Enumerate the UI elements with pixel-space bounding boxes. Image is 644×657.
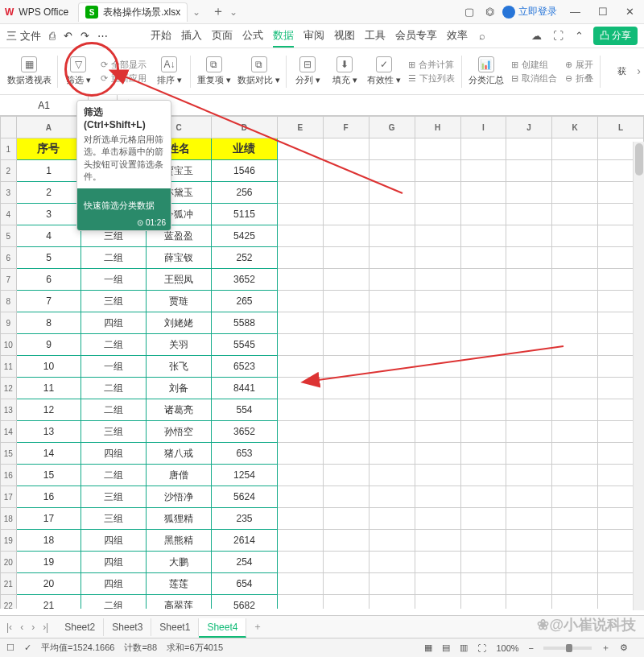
empty-cell[interactable]	[415, 465, 460, 486]
data-cell[interactable]: 13	[16, 421, 81, 443]
data-cell[interactable]: 四组	[81, 552, 147, 573]
empty-cell[interactable]	[552, 399, 598, 421]
empty-cell[interactable]	[506, 291, 552, 312]
validation-button[interactable]: ✓有效性 ▾	[364, 55, 403, 88]
empty-cell[interactable]	[323, 552, 369, 573]
close-button[interactable]: ✕	[621, 4, 639, 19]
empty-cell[interactable]	[460, 204, 506, 225]
empty-cell[interactable]	[506, 508, 552, 530]
data-cell[interactable]: 薛宝钗	[147, 247, 212, 269]
sheet-tab-Sheet1[interactable]: Sheet1	[151, 618, 199, 636]
ribbon-tab-审阅[interactable]: 审阅	[303, 25, 324, 48]
empty-cell[interactable]	[323, 291, 369, 312]
empty-cell[interactable]	[323, 334, 369, 356]
ribbon-tab-开始[interactable]: 开始	[151, 25, 171, 48]
empty-cell[interactable]	[460, 312, 506, 334]
subtotal-button[interactable]: 📊分类汇总	[465, 55, 506, 88]
empty-cell[interactable]	[506, 334, 552, 356]
login-button[interactable]: 立即登录	[502, 5, 557, 19]
status-mode-icon[interactable]: ☐	[6, 643, 14, 653]
collapse-icon[interactable]: ⌃	[575, 30, 584, 42]
data-cell[interactable]: 5682	[212, 595, 278, 609]
data-cell[interactable]: 四组	[81, 530, 147, 552]
data-cell[interactable]: 554	[212, 399, 278, 421]
row-header[interactable]: 7	[1, 269, 17, 291]
sort-button[interactable]: A↓排序 ▾	[151, 55, 187, 88]
ribbon-tab-会员专享[interactable]: 会员专享	[395, 25, 437, 48]
empty-cell[interactable]	[460, 552, 506, 573]
empty-cell[interactable]	[369, 182, 415, 204]
quick-undo-icon[interactable]: ↶	[64, 30, 72, 42]
empty-cell[interactable]	[506, 530, 552, 552]
empty-cell[interactable]	[415, 182, 460, 204]
empty-cell[interactable]	[277, 182, 323, 204]
col-header-K[interactable]: K	[552, 117, 598, 138]
split-button[interactable]: ⊟分列 ▾	[290, 55, 325, 88]
header-cell[interactable]: 业绩	[212, 138, 278, 160]
ribbon-tab-效率[interactable]: 效率	[447, 25, 468, 48]
empty-cell[interactable]	[323, 399, 369, 421]
empty-cell[interactable]	[506, 356, 552, 378]
empty-cell[interactable]	[506, 573, 552, 595]
data-cell[interactable]: 三组	[81, 486, 147, 508]
ribbon-tab-数据[interactable]: 数据	[273, 25, 294, 48]
empty-cell[interactable]	[506, 443, 552, 465]
data-cell[interactable]: 8441	[212, 378, 278, 399]
data-cell[interactable]: 14	[16, 443, 81, 465]
empty-cell[interactable]	[506, 225, 552, 247]
empty-cell[interactable]	[415, 399, 460, 421]
empty-cell[interactable]	[415, 530, 460, 552]
data-cell[interactable]: 贾琏	[147, 291, 212, 312]
ribbon-tab-视图[interactable]: 视图	[334, 25, 355, 48]
show-all-button[interactable]: ⟳ 全部显示	[101, 59, 147, 71]
row-header[interactable]: 10	[1, 334, 17, 356]
data-cell[interactable]: 黑熊精	[147, 530, 212, 552]
empty-cell[interactable]	[323, 421, 369, 443]
empty-cell[interactable]	[506, 421, 552, 443]
empty-cell[interactable]	[415, 225, 460, 247]
empty-cell[interactable]	[415, 291, 460, 312]
empty-cell[interactable]	[415, 421, 460, 443]
ribbon-tab-页面[interactable]: 页面	[212, 25, 233, 48]
col-header-A[interactable]: A	[16, 117, 81, 138]
empty-cell[interactable]	[506, 182, 552, 204]
empty-cell[interactable]	[323, 530, 369, 552]
empty-cell[interactable]	[552, 356, 598, 378]
empty-cell[interactable]	[552, 595, 598, 609]
empty-cell[interactable]	[369, 486, 415, 508]
empty-cell[interactable]	[506, 247, 552, 269]
status-check-icon[interactable]: ✓	[24, 643, 31, 653]
data-cell[interactable]: 王熙凤	[147, 269, 212, 291]
empty-cell[interactable]	[460, 443, 506, 465]
empty-cell[interactable]	[415, 160, 460, 182]
maximize-button[interactable]: ☐	[593, 4, 613, 19]
data-cell[interactable]: 6	[16, 269, 81, 291]
empty-cell[interactable]	[415, 573, 460, 595]
empty-cell[interactable]	[415, 312, 460, 334]
data-cell[interactable]: 莲莲	[147, 573, 212, 595]
settings-icon[interactable]: ⚙	[620, 643, 628, 653]
data-cell[interactable]: 一组	[81, 356, 147, 378]
empty-cell[interactable]	[415, 138, 460, 160]
reapply-button[interactable]: ⟳ 重新应用	[101, 72, 147, 85]
view-page-icon[interactable]: ▥	[460, 643, 468, 653]
search-icon[interactable]: ⌕	[479, 30, 485, 42]
data-cell[interactable]: 二组	[81, 595, 147, 609]
data-cell[interactable]: 3	[16, 204, 81, 225]
row-header[interactable]: 12	[1, 378, 17, 399]
empty-cell[interactable]	[277, 443, 323, 465]
empty-cell[interactable]	[277, 204, 323, 225]
data-cell[interactable]: 11	[16, 378, 81, 399]
empty-cell[interactable]	[277, 334, 323, 356]
empty-cell[interactable]	[552, 182, 598, 204]
collapse-button[interactable]: ⊖ 折叠	[565, 72, 593, 85]
empty-cell[interactable]	[277, 247, 323, 269]
vertical-scrollbar[interactable]	[633, 142, 644, 610]
row-header[interactable]: 1	[1, 138, 17, 160]
data-cell[interactable]: 孙悟空	[147, 421, 212, 443]
data-cell[interactable]: 19	[16, 552, 81, 573]
data-cell[interactable]: 四组	[81, 443, 147, 465]
empty-cell[interactable]	[415, 247, 460, 269]
empty-cell[interactable]	[277, 138, 323, 160]
col-header-J[interactable]: J	[506, 117, 552, 138]
